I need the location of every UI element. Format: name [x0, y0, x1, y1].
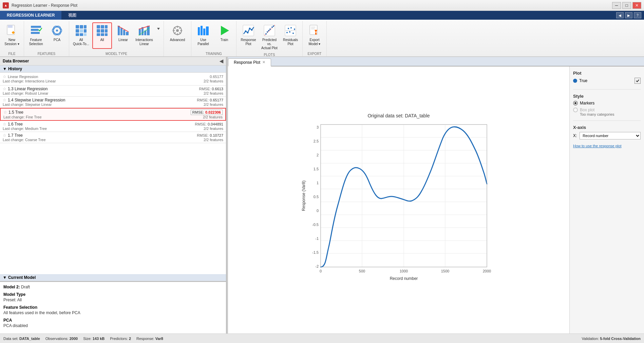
history-item-1-3-change: Last change: Robust Linear — [3, 91, 49, 95]
response-plot-chart: 3 2.5 2 1.5 1 0.5 0 -0.5 -1 -1.5 -2 Resp… — [300, 121, 497, 287]
help-button[interactable]: ? — [634, 12, 641, 18]
tab-view[interactable]: 视图 — [61, 11, 83, 20]
history-item-1-2[interactable]: ☆ Linear Regression 0.65177 Last change:… — [0, 73, 226, 85]
ribbon-group-file: NewSession ▾ FILE — [0, 21, 24, 56]
cm-preset-val: All — [17, 298, 22, 302]
cm-model-num: Model 2: — [3, 285, 20, 289]
rp-too-many-categories: Too many categories — [580, 112, 641, 116]
rmse-val-1-4: 0.65177 — [210, 98, 223, 102]
star-icon-1-3[interactable]: ☆ — [3, 87, 6, 91]
history-item-1-4[interactable]: ☆ 1.4 Stepwise Linear Regression RMSE: 0… — [0, 97, 226, 108]
svg-rect-51 — [198, 27, 200, 35]
rp-true-checkbox[interactable] — [634, 78, 641, 84]
residuals-plot-button[interactable]: ResidualsPlot — [281, 22, 300, 49]
history-item-1-3-row2: Last change: Robust Linear 2/2 features — [3, 91, 223, 95]
main-layout: Data Browser ◀ ▼ History ☆ Linear Regres… — [0, 57, 644, 334]
svg-rect-26 — [97, 33, 100, 36]
features-group-label: FEATURES — [26, 51, 67, 56]
history-item-1-7-row2: Last change: Coarse Tree 2/2 features — [3, 138, 223, 142]
rmse-val-1-3: 0.6613 — [212, 87, 223, 91]
predicted-actual-button[interactable]: Predicted vs.Actual Plot — [260, 22, 279, 52]
content-tab-strip: Response Plot ✕ — [228, 57, 644, 66]
advanced-button[interactable]: Advanced — [166, 22, 189, 49]
svg-rect-19 — [84, 33, 87, 36]
window-controls[interactable]: ─ □ ✕ — [612, 2, 641, 9]
rp-help-link[interactable]: How to use the response plot — [573, 144, 621, 148]
history-item-1-3[interactable]: ☆ 1.3 Linear Regression RMSE: 0.6613 Las… — [0, 85, 226, 97]
star-icon-1-5[interactable]: ☆ — [3, 110, 7, 115]
star-icon-1-7[interactable]: ☆ — [3, 133, 6, 138]
status-pred-val: 2 — [129, 337, 131, 341]
svg-text:-0.5: -0.5 — [312, 223, 319, 227]
cm-preset-label: Preset: — [3, 298, 16, 302]
current-model-title: Current Model — [8, 275, 36, 280]
rp-boxplot-radio[interactable] — [573, 108, 578, 112]
history-item-1-5[interactable]: ☆ 1.5 Tree RMSE: 0.022306 Last change: F… — [0, 108, 226, 121]
close-button[interactable]: ✕ — [632, 2, 641, 9]
ribbon-group-features: FeatureSelection PCA FEATURES — [24, 21, 69, 56]
rp-markers-radio[interactable] — [573, 101, 578, 106]
new-session-button[interactable]: NewSession ▾ — [2, 22, 22, 49]
train-button[interactable]: Train — [214, 22, 234, 49]
rp-true-label: True — [579, 78, 587, 83]
pca-button[interactable]: PCA — [47, 22, 67, 49]
cm-model-type-label: Model Type — [3, 292, 223, 297]
rp-markers-label: Markers — [580, 101, 594, 106]
tab-regression-learner[interactable]: REGRESSION LEARNER — [0, 11, 61, 20]
advanced-label: Advanced — [170, 38, 185, 42]
predicted-actual-icon — [263, 24, 276, 37]
svg-text:Response (Var8): Response (Var8) — [301, 180, 306, 211]
star-icon-1-2[interactable]: ☆ — [3, 74, 6, 79]
history-item-1-2-change: Last change: Interactions Linear — [3, 79, 56, 83]
all-button[interactable]: All — [92, 22, 112, 49]
svg-marker-55 — [221, 26, 229, 35]
history-item-1-6[interactable]: ☆ 1.6 Tree RMSE: 0.044891 Last change: M… — [0, 121, 226, 132]
rp-plot-row: True — [573, 78, 641, 84]
history-section-header[interactable]: ▼ History — [0, 65, 226, 73]
export-model-button[interactable]: ExportModel ▾ — [305, 22, 324, 49]
rp-xaxis-section: X-axis X: Record number — [573, 125, 641, 139]
rp-true-dot — [573, 79, 577, 83]
minimize-button[interactable]: ─ — [612, 2, 621, 9]
rp-x-select[interactable]: Record number — [580, 132, 641, 139]
nav-back-button[interactable]: ◀ — [616, 12, 624, 18]
history-item-1-7-rmse: RMSE: 0.10727 — [197, 133, 223, 137]
ribbon-group-advanced-content: Advanced — [166, 22, 189, 55]
data-browser-collapse-icon[interactable]: ◀ — [220, 58, 223, 64]
response-plot-button[interactable]: ResponsePlot — [239, 22, 258, 49]
svg-point-74 — [290, 27, 292, 28]
svg-rect-25 — [105, 29, 108, 33]
maximize-button[interactable]: □ — [622, 2, 631, 9]
svg-point-73 — [289, 31, 290, 33]
status-size: Size: 143 kB — [83, 337, 105, 341]
use-parallel-button[interactable]: UseParallel — [193, 22, 213, 49]
svg-rect-53 — [203, 28, 205, 35]
rp-plot-title: Plot — [573, 71, 641, 76]
svg-rect-14 — [76, 29, 79, 33]
nav-forward-button[interactable]: ▶ — [625, 12, 632, 18]
interactions-linear-button[interactable]: InteractionsLinear — [134, 22, 154, 49]
svg-rect-22 — [105, 25, 108, 28]
cm-model-type-section: Model Type Preset: All — [3, 292, 223, 302]
svg-text:-2: -2 — [315, 264, 319, 268]
feature-selection-button[interactable]: FeatureSelection — [26, 22, 46, 49]
data-browser-panel: Data Browser ◀ ▼ History ☆ Linear Regres… — [0, 57, 227, 334]
model-type-more-button[interactable] — [155, 22, 162, 37]
svg-text:1: 1 — [317, 181, 319, 185]
tab-close-icon[interactable]: ✕ — [262, 60, 265, 64]
star-icon-1-6[interactable]: ☆ — [3, 122, 6, 127]
pca-label: PCA — [54, 38, 61, 42]
star-icon-1-4[interactable]: ☆ — [3, 98, 6, 102]
history-item-1-4-features: 2/2 features — [204, 102, 223, 107]
status-val-val: 5-fold Cross-Validation — [600, 337, 641, 341]
linear-button[interactable]: Linear — [113, 22, 133, 49]
residuals-plot-icon — [284, 24, 297, 37]
interactions-linear-label: InteractionsLinear — [135, 38, 153, 46]
status-predictors: Predictors: 2 — [110, 337, 131, 341]
history-item-1-7[interactable]: ☆ 1.7 Tree RMSE: 0.10727 Last change: Co… — [0, 132, 226, 143]
current-model-section-header[interactable]: ▼ Current Model — [0, 274, 226, 281]
svg-point-60 — [251, 29, 253, 31]
all-quick-to-button[interactable]: AllQuick-To... — [71, 22, 91, 49]
tab-response-plot[interactable]: Response Plot ✕ — [228, 58, 271, 66]
svg-rect-31 — [123, 30, 125, 35]
